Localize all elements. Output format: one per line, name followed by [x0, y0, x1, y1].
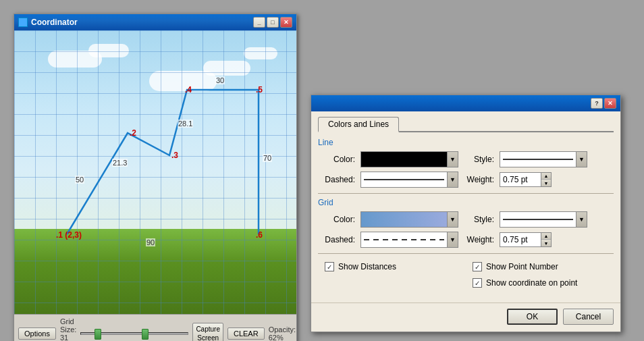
grid-color-label: Color: [318, 215, 355, 224]
dialog-content: Colors and Lines Line Color: ▼ Style: ▼ … [311, 111, 620, 303]
line-weight-down[interactable]: ▼ [541, 180, 551, 186]
show-distances-checkbox[interactable] [325, 262, 334, 271]
minimize-button[interactable]: _ [253, 17, 265, 28]
opacity-slider-track[interactable] [80, 332, 188, 335]
polyline-svg [14, 30, 296, 314]
clear-button[interactable]: CLEAR [227, 327, 265, 340]
checkboxes-grid: Show Distances Show Point Number Show co… [318, 258, 614, 296]
capture-screen-button[interactable]: Capture Screen [192, 323, 223, 341]
grid-weight-input[interactable] [500, 233, 541, 246]
close-button[interactable]: ✕ [280, 17, 292, 28]
point-5-label: .5 [256, 85, 263, 95]
line-style-label: Style: [464, 155, 494, 164]
line-color-label: Color: [318, 155, 355, 164]
grid-dashed-label: Dashed: [318, 235, 355, 244]
line-dashed-indicator [364, 179, 444, 180]
colors-lines-dialog: ? ✕ Colors and Lines Line Color: ▼ Style… [311, 95, 621, 332]
point-1-label: .1 (2,3) [56, 230, 82, 240]
slider-thumb-right[interactable] [142, 329, 149, 340]
grid-dashed-row: Dashed: ▼ Weight: ▲ ▼ [318, 232, 614, 248]
slider-thumb-left[interactable] [95, 329, 101, 340]
line-color-arrow[interactable]: ▼ [447, 152, 458, 167]
dialog-close-button[interactable]: ✕ [604, 98, 616, 109]
grid-weight-down[interactable]: ▼ [541, 240, 551, 246]
section-divider [318, 193, 614, 194]
grid-color-arrow[interactable]: ▼ [447, 212, 458, 227]
grid-dashed-dropdown[interactable]: ▼ [360, 232, 458, 248]
dialog-buttons: OK Cancel [311, 303, 620, 332]
grid-dashed-indicator [364, 239, 444, 240]
grid-size-label: Grid Size: 31 px [60, 317, 76, 341]
line-color-value [361, 152, 447, 167]
grid-style-dropdown[interactable]: ▼ [500, 211, 587, 228]
line-solid-indicator [503, 159, 573, 160]
cancel-button[interactable]: Cancel [563, 309, 614, 325]
grid-weight-field[interactable]: ▲ ▼ [500, 232, 552, 247]
line-style-value [500, 152, 576, 167]
line-style-arrow[interactable]: ▼ [576, 152, 587, 167]
show-distances-label: Show Distances [338, 262, 396, 271]
grid-color-row: Color: ▼ Style: ▼ [318, 211, 614, 228]
grid-style-arrow[interactable]: ▼ [576, 212, 587, 227]
coordinator-window: Coordinator _ □ ✕ .1 (2,3) .2 .3 .4 .5 .… [14, 14, 297, 341]
dialog-help-button[interactable]: ? [591, 98, 603, 109]
line-weight-input[interactable] [500, 173, 541, 186]
tab-colors-lines[interactable]: Colors and Lines [318, 117, 399, 132]
maximize-button[interactable]: □ [267, 17, 279, 28]
dialog-titlebar: ? ✕ [311, 95, 620, 111]
bottom-toolbar: Options Grid Size: 31 px Capture Screen … [14, 314, 296, 341]
grid-weight-up[interactable]: ▲ [541, 233, 551, 240]
line-weight-label: Weight: [464, 175, 494, 184]
canvas-area: .1 (2,3) .2 .3 .4 .5 .6 50 21.3 28.1 30 … [14, 30, 296, 314]
window-controls: _ □ ✕ [253, 17, 292, 28]
dist-30: 30 [215, 76, 225, 84]
coordinator-titlebar: Coordinator _ □ ✕ [14, 14, 296, 30]
point-4-label: .4 [185, 85, 192, 95]
grid-style-label: Style: [464, 215, 494, 224]
grid-color-dropdown[interactable]: ▼ [360, 211, 458, 228]
show-distances-row: Show Distances [325, 262, 459, 271]
point-2-label: .2 [130, 128, 136, 138]
dist-281: 28.1 [178, 120, 193, 128]
slider-area [80, 332, 188, 335]
grid-color-value [361, 212, 447, 227]
show-coordinate-checkbox[interactable] [473, 278, 482, 288]
grid-dashed-arrow[interactable]: ▼ [447, 232, 458, 247]
line-dashed-row: Dashed: ▼ Weight: ▲ ▼ [318, 172, 614, 188]
checkboxes-divider [318, 253, 614, 254]
line-weight-spinner: ▲ ▼ [541, 173, 551, 186]
grid-solid-indicator [503, 219, 573, 220]
show-point-number-row: Show Point Number [473, 262, 607, 271]
show-coordinate-row: Show coordinate on point [473, 278, 607, 288]
line-weight-up[interactable]: ▲ [541, 173, 551, 180]
dist-213: 21.3 [112, 159, 128, 167]
grid-style-value [500, 212, 576, 227]
point-6-label: .6 [256, 230, 263, 240]
grid-dashed-value [361, 232, 447, 247]
line-dashed-arrow[interactable]: ▼ [447, 172, 458, 187]
dist-90: 90 [146, 238, 155, 246]
line-dashed-label: Dashed: [318, 175, 355, 184]
line-dashed-dropdown[interactable]: ▼ [360, 172, 458, 188]
dist-50: 50 [75, 176, 84, 184]
grid-section-label: Grid [318, 198, 614, 207]
show-point-number-label: Show Point Number [486, 262, 558, 271]
opacity-label: Opacity: 62% [269, 325, 296, 341]
show-coordinate-label: Show coordinate on point [486, 278, 577, 288]
line-color-dropdown[interactable]: ▼ [360, 151, 458, 167]
options-button[interactable]: Options [18, 327, 56, 340]
window-title: Coordinator [31, 18, 78, 27]
line-weight-field[interactable]: ▲ ▼ [500, 172, 552, 187]
line-section-label: Line [318, 138, 614, 147]
show-point-number-checkbox[interactable] [473, 262, 482, 271]
line-dashed-value [361, 172, 447, 187]
line-color-row: Color: ▼ Style: ▼ [318, 151, 614, 167]
grid-weight-spinner: ▲ ▼ [541, 233, 551, 246]
ok-button[interactable]: OK [507, 309, 558, 325]
line-style-dropdown[interactable]: ▼ [500, 151, 587, 167]
tab-strip: Colors and Lines [318, 117, 614, 132]
dist-70: 70 [263, 154, 272, 162]
point-3-label: .3 [171, 151, 178, 160]
app-icon [18, 18, 28, 27]
grid-weight-label: Weight: [464, 235, 494, 244]
